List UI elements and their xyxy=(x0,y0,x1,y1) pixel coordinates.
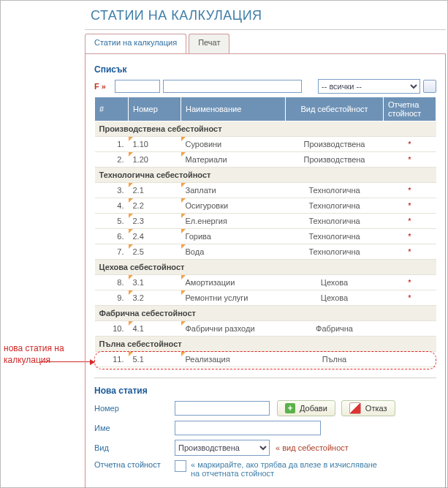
table-row[interactable]: 6.2.4ГориваТехнологична* xyxy=(95,229,436,244)
cell-kind: Фабрична xyxy=(286,321,384,337)
filter-label: F » xyxy=(94,82,112,91)
list-title: Списък xyxy=(94,64,436,75)
table-row[interactable]: 8.3.1АмортизацииЦехова* xyxy=(95,275,436,290)
cell-idx: 2. xyxy=(95,152,129,168)
table-row[interactable]: 11.5.1РеализацияПълна xyxy=(95,352,436,367)
cell-mark: * xyxy=(384,137,436,152)
col-kind[interactable]: Вид себестойност xyxy=(286,97,384,121)
form-row-name: Име xyxy=(94,421,436,435)
cell-name: Суровини xyxy=(181,137,286,152)
annotation-text: нова статия на калкулация xyxy=(4,342,86,366)
table-row[interactable]: 9.3.2Ремонтни услугиЦехова* xyxy=(95,290,436,306)
group-header: Пълна себестойност xyxy=(95,337,436,352)
cell-kind: Технологична xyxy=(286,183,384,198)
cell-num: 2.5 xyxy=(129,244,181,260)
select-kind[interactable]: Производствена xyxy=(175,440,270,456)
filter-row: F » -- всички -- xyxy=(94,79,436,94)
table-row[interactable]: 7.2.5ВодаТехнологична* xyxy=(95,244,436,260)
input-name[interactable] xyxy=(175,421,321,435)
cell-num: 1.10 xyxy=(129,137,181,152)
form-row-kind: Вид Производствена « вид себестойност xyxy=(94,440,436,456)
cell-name: Амортизации xyxy=(181,275,286,290)
checkbox-acct[interactable] xyxy=(175,460,186,472)
cell-num: 3.1 xyxy=(129,275,181,290)
cell-mark: * xyxy=(384,244,436,260)
cell-num: 1.20 xyxy=(129,152,181,168)
cell-num: 2.1 xyxy=(129,183,181,198)
label-kind: Вид xyxy=(94,443,175,452)
cell-num: 5.1 xyxy=(129,352,181,367)
title-divider xyxy=(85,29,446,30)
panel: Списък F » -- всички -- # Номер Наименов… xyxy=(85,54,446,488)
cell-name: Ел.енергия xyxy=(181,214,286,229)
col-name[interactable]: Наименование xyxy=(181,97,286,121)
filter-name-input[interactable] xyxy=(163,80,302,93)
group-title: Технологична себестойност xyxy=(95,168,436,183)
filter-go-button[interactable] xyxy=(423,80,436,93)
cell-idx: 6. xyxy=(95,229,129,244)
cell-name: Горива xyxy=(181,229,286,244)
section-divider xyxy=(94,378,436,378)
cell-idx: 5. xyxy=(95,214,129,229)
col-num[interactable]: Номер xyxy=(129,97,181,121)
plus-icon: + xyxy=(285,403,295,413)
add-button-label: Добави xyxy=(300,404,327,413)
kind-hint: « вид себестойност xyxy=(276,443,349,452)
table-row[interactable]: 10.4.1Фабрични разходиФабрична xyxy=(95,321,436,337)
cell-mark: * xyxy=(384,229,436,244)
cell-name: Заплати xyxy=(181,183,286,198)
group-header: Производствена себестойност xyxy=(95,121,436,137)
cell-num: 2.3 xyxy=(129,214,181,229)
cell-kind: Пълна xyxy=(286,352,384,367)
cell-mark xyxy=(384,352,436,367)
group-title: Фабрична себестойност xyxy=(95,306,436,321)
cell-idx: 4. xyxy=(95,198,129,214)
cell-mark: * xyxy=(384,214,436,229)
tab-items[interactable]: Статии на калкулация xyxy=(85,34,186,53)
cell-kind: Технологична xyxy=(286,214,384,229)
cell-idx: 10. xyxy=(95,321,129,337)
tab-print[interactable]: Печат xyxy=(189,34,229,53)
page-title: СТАТИИ НА КАЛКУЛАЦИЯ xyxy=(85,1,446,29)
cell-kind: Технологична xyxy=(286,244,384,260)
cell-mark: * xyxy=(384,275,436,290)
group-header: Технологична себестойност xyxy=(95,168,436,183)
cell-kind: Производствена xyxy=(286,137,384,152)
table-row[interactable]: 2.1.20МатериалиПроизводствена* xyxy=(95,152,436,168)
group-title: Пълна себестойност xyxy=(95,337,436,352)
cell-mark: * xyxy=(384,198,436,214)
label-number: Номер xyxy=(94,404,175,413)
col-acct[interactable]: Отчетна стойност xyxy=(384,97,436,121)
cell-name: Реализация xyxy=(181,352,286,367)
label-name: Име xyxy=(94,424,175,432)
cell-mark: * xyxy=(384,152,436,168)
cell-idx: 3. xyxy=(95,183,129,198)
table-row[interactable]: 1.1.10СуровиниПроизводствена* xyxy=(95,137,436,152)
cell-num: 4.1 xyxy=(129,321,181,337)
filter-number-input[interactable] xyxy=(115,80,160,93)
add-button[interactable]: + Добави xyxy=(277,400,335,416)
cell-kind: Цехова xyxy=(286,290,384,306)
label-acct: Отчетна стойност xyxy=(94,460,175,469)
cancel-button[interactable]: Отказ xyxy=(341,400,395,416)
table-row[interactable]: 4.2.2ОсигуровкиТехнологична* xyxy=(95,198,436,214)
tabs: Статии на калкулация Печат xyxy=(85,33,446,54)
cell-name: Вода xyxy=(181,244,286,260)
cell-idx: 7. xyxy=(95,244,129,260)
cell-idx: 11. xyxy=(95,352,129,367)
table-row[interactable]: 3.2.1ЗаплатиТехнологична* xyxy=(95,183,436,198)
table-header: # Номер Наименование Вид себестойност От… xyxy=(95,97,436,121)
table-row[interactable]: 5.2.3Ел.енергияТехнологична* xyxy=(95,214,436,229)
group-title: Производствена себестойност xyxy=(95,121,436,137)
acct-hint: « маркирайте, ако трябва да влезе в изчи… xyxy=(191,460,381,478)
new-item-title: Нова статия xyxy=(94,386,436,396)
group-header: Фабрична себестойност xyxy=(95,306,436,321)
form-row-number: Номер + Добави Отказ xyxy=(94,400,436,416)
cell-name: Ремонтни услуги xyxy=(181,290,286,306)
cell-kind: Цехова xyxy=(286,275,384,290)
col-idx[interactable]: # xyxy=(95,97,129,121)
cell-mark xyxy=(384,321,436,337)
input-number[interactable] xyxy=(175,401,270,416)
filter-kind-select[interactable]: -- всички -- xyxy=(318,79,420,94)
cell-name: Материали xyxy=(181,152,286,168)
